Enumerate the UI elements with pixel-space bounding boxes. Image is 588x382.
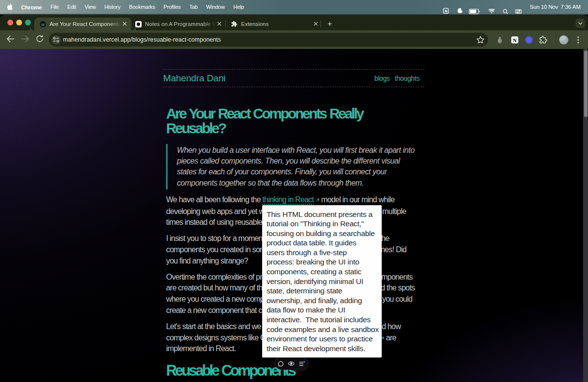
svg-text:N: N — [513, 37, 517, 43]
svg-text:N: N — [444, 9, 447, 13]
svg-text:M: M — [41, 22, 45, 26]
